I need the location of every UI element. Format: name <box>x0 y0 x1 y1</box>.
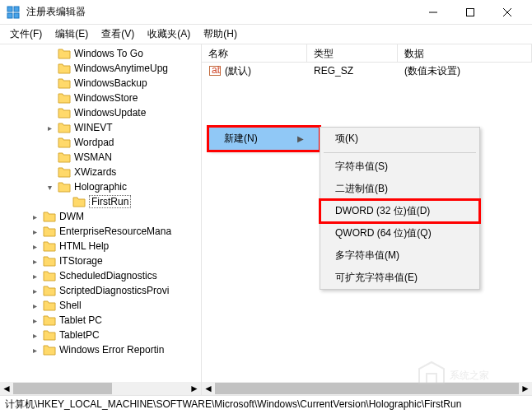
folder-icon <box>58 107 71 119</box>
tree-item[interactable]: ▸ITStorage <box>0 254 201 268</box>
chevron-right-icon[interactable]: ▸ <box>30 227 40 236</box>
ctx-menu-item[interactable]: 可扩充字符串值(E) <box>320 267 479 289</box>
menu-file[interactable]: 文件(F) <box>3 25 49 44</box>
folder-icon <box>58 137 71 148</box>
tree-item-label: Wordpad <box>74 137 114 148</box>
tree-item[interactable]: ▸ScheduledDiagnostics <box>0 268 201 283</box>
tree-item[interactable]: WindowsStore <box>0 91 201 105</box>
window-controls <box>414 1 525 24</box>
ctx-menu-item[interactable]: 字符串值(S) <box>320 156 479 178</box>
regedit-icon <box>7 6 20 19</box>
tree-item[interactable]: ▾Holographic <box>0 179 201 194</box>
folder-icon <box>58 48 71 59</box>
tree-item-label: WindowsBackup <box>74 77 147 89</box>
chevron-right-icon[interactable]: ▸ <box>30 257 40 266</box>
tree-item[interactable]: Wordpad <box>0 135 201 150</box>
tree-item[interactable]: ▸Shell <box>0 298 201 313</box>
close-button[interactable] <box>488 1 525 24</box>
tree-item-label: XWizards <box>74 166 116 178</box>
tree-item[interactable]: Windows To Go <box>0 46 201 61</box>
folder-icon <box>43 314 56 326</box>
tree-item[interactable]: WindowsBackup <box>0 76 201 91</box>
tree-item[interactable]: ▸WINEVT <box>0 120 201 135</box>
menubar: 文件(F) 编辑(E) 查看(V) 收藏夹(A) 帮助(H) <box>0 25 532 44</box>
scroll-thumb[interactable] <box>13 383 112 394</box>
tree-item-label: FirstRun <box>89 195 131 208</box>
tree-item[interactable]: ▸Windows Error Reportin <box>0 342 201 357</box>
ctx-menu-item[interactable]: QWORD (64 位)值(Q) <box>320 222 479 244</box>
chevron-right-icon[interactable]: ▸ <box>30 316 40 325</box>
chevron-right-icon[interactable]: ▸ <box>30 286 40 295</box>
tree-item[interactable]: FirstRun <box>0 194 201 209</box>
tree-item[interactable]: ▸TabletPC <box>0 328 201 342</box>
chevron-down-icon[interactable]: ▾ <box>44 183 54 192</box>
col-data[interactable]: 数据 <box>398 44 532 62</box>
scroll-left-icon[interactable]: ◄ <box>0 382 13 395</box>
cell-name: ab (默认) <box>202 63 307 80</box>
menu-favorites[interactable]: 收藏夹(A) <box>141 25 197 44</box>
folder-icon <box>58 151 71 163</box>
tree-item-label: EnterpriseResourceMana <box>59 226 171 237</box>
tree-item[interactable]: XWizards <box>0 165 201 179</box>
minimize-button[interactable] <box>414 1 451 24</box>
folder-icon <box>43 270 56 281</box>
tree-view[interactable]: Windows To GoWindowsAnytimeUpgWindowsBac… <box>0 44 201 359</box>
ctx-menu-label: 可扩充字符串值(E) <box>335 271 418 285</box>
cell-data: (数值未设置) <box>398 63 467 80</box>
window-title: 注册表编辑器 <box>26 5 414 19</box>
chevron-right-icon[interactable]: ▸ <box>30 301 40 310</box>
tree-item-label: TabletPC <box>59 329 100 341</box>
chevron-right-icon[interactable]: ▸ <box>44 123 54 133</box>
col-type[interactable]: 类型 <box>307 44 398 62</box>
tree-item[interactable]: WindowsAnytimeUpg <box>0 61 201 76</box>
tree-item[interactable]: ▸Tablet PC <box>0 313 201 328</box>
chevron-right-icon[interactable]: ▸ <box>30 331 40 340</box>
list-hscrollbar[interactable]: ◄ ► <box>202 382 532 395</box>
maximize-button[interactable] <box>451 1 488 24</box>
folder-icon <box>43 226 56 237</box>
scroll-right-icon[interactable]: ► <box>519 382 532 395</box>
svg-rect-1 <box>14 7 19 12</box>
value-name: (默认) <box>225 64 251 78</box>
tree-item-label: WSMAN <box>74 151 112 163</box>
menu-separator <box>324 152 476 153</box>
col-name[interactable]: 名称 <box>202 44 307 62</box>
scroll-right-icon[interactable]: ► <box>188 382 201 395</box>
tree-item[interactable]: ▸ScriptedDiagnosticsProvi <box>0 283 201 298</box>
tree-item[interactable]: WindowsUpdate <box>0 105 201 120</box>
tree-item[interactable]: ▸EnterpriseResourceMana <box>0 224 201 239</box>
tree-item[interactable]: ▸DWM <box>0 209 201 224</box>
scroll-thumb[interactable] <box>215 383 519 394</box>
ctx-menu-item[interactable]: 二进制值(B) <box>320 178 479 200</box>
folder-icon <box>58 92 71 104</box>
scroll-track[interactable] <box>215 382 519 395</box>
tree-item-label: WINEVT <box>74 122 113 133</box>
tree-hscrollbar[interactable]: ◄ ► <box>0 382 201 395</box>
menu-view[interactable]: 查看(V) <box>95 25 141 44</box>
tree-item-label: ScheduledDiagnostics <box>59 270 157 281</box>
tree-item[interactable]: ▸HTML Help <box>0 239 201 254</box>
svg-rect-5 <box>466 8 474 16</box>
tree-item-label: Windows Error Reportin <box>59 344 164 356</box>
chevron-right-icon[interactable]: ▸ <box>30 212 40 221</box>
ctx-menu-label: 多字符串值(M) <box>335 249 399 263</box>
ctx-menu-item[interactable]: DWORD (32 位)值(D) <box>320 200 479 222</box>
chevron-right-icon[interactable]: ▸ <box>30 272 40 281</box>
content-area: Windows To GoWindowsAnytimeUpgWindowsBac… <box>0 44 532 395</box>
scroll-track[interactable] <box>13 382 188 395</box>
scroll-left-icon[interactable]: ◄ <box>202 382 215 395</box>
menu-edit[interactable]: 编辑(E) <box>49 25 95 44</box>
tree-item-label: ITStorage <box>59 255 103 267</box>
ctx-menu-item[interactable]: 项(K) <box>320 128 479 150</box>
tree-item[interactable]: WSMAN <box>0 150 201 165</box>
chevron-right-icon: ▶ <box>281 134 304 143</box>
ctx-menu-item[interactable]: 多字符串值(M) <box>320 244 479 267</box>
menu-help[interactable]: 帮助(H) <box>197 25 244 44</box>
folder-icon <box>43 285 56 296</box>
chevron-right-icon[interactable]: ▸ <box>30 346 40 355</box>
chevron-right-icon[interactable]: ▸ <box>30 242 40 251</box>
ctx-new[interactable]: 新建(N) ▶ <box>209 128 319 150</box>
list-row[interactable]: ab (默认) REG_SZ (数值未设置) <box>202 63 532 79</box>
tree-item-label: Shell <box>59 300 82 311</box>
folder-icon <box>43 300 56 311</box>
